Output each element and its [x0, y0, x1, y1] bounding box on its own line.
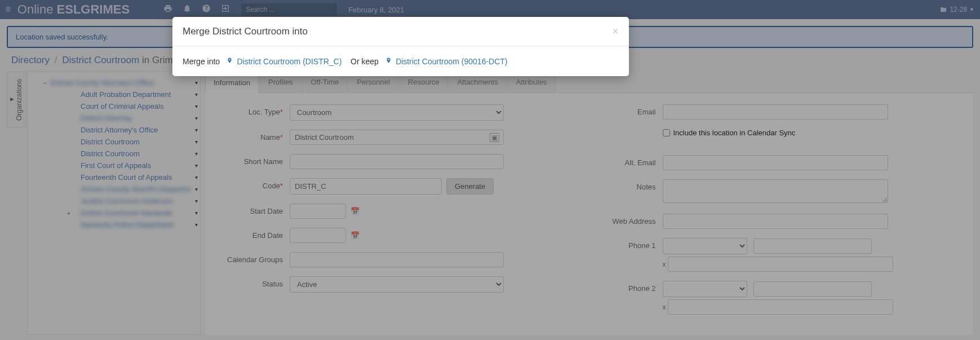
- modal-title: Merge District Courtroom into: [183, 26, 308, 37]
- merge-option-2[interactable]: District Courtroom (90016-DCT): [396, 57, 507, 66]
- or-keep-label: Or keep: [351, 57, 379, 66]
- merge-into-label: Merge into: [183, 57, 220, 66]
- merge-modal: Merge District Courtroom into × Merge in…: [172, 17, 629, 76]
- close-icon[interactable]: ×: [612, 25, 619, 38]
- merge-option-1[interactable]: District Courtroom (DISTR_C): [237, 57, 342, 66]
- pin-icon: [385, 58, 394, 66]
- pin-icon: [227, 58, 235, 66]
